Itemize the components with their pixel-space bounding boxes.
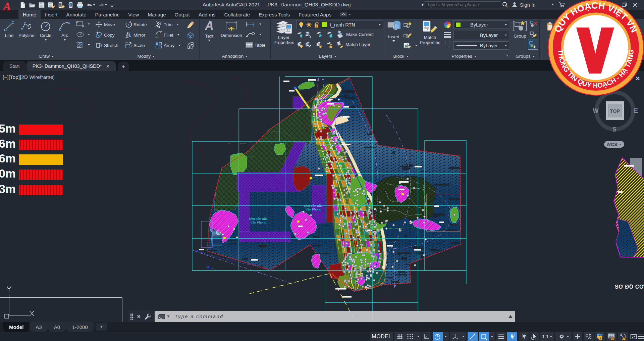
polar-dropdown[interactable] [443,332,449,341]
ribbon-tab-express-tools[interactable]: Express Tools [254,10,294,19]
layer-lock-button[interactable] [326,31,333,38]
ribbon-tab-addins[interactable]: Add-ins [194,10,220,19]
polyline-button[interactable]: Polyline [17,20,36,38]
ortho-toggle[interactable] [422,332,431,341]
modify-panel-label[interactable]: Modify [93,54,199,59]
undo-button[interactable] [86,1,95,9]
selection-cycling-toggle[interactable] [507,332,517,341]
annotation-panel-label[interactable]: Annotation [199,54,270,59]
command-grip-handle[interactable] [130,313,133,320]
image-warning-button[interactable]: ! [606,332,616,341]
copy-button[interactable]: Copy [95,31,115,39]
ribbon-tab-featured-apps[interactable]: Featured Apps [294,10,336,19]
move-button[interactable]: Move [95,21,115,28]
match-layer-button[interactable]: Match Layer [336,41,370,48]
fullscreen-button[interactable] [630,332,637,341]
annotation-scale-button[interactable]: 1:1 [540,332,554,341]
mirror-button[interactable]: Mirror [125,31,145,39]
ellipse-button[interactable] [76,31,90,38]
autocad-logo-icon[interactable]: AA [2,1,16,13]
object-color-select[interactable]: ByLayer [453,20,509,29]
layer-unlock-button[interactable] [326,41,333,49]
hatch-button[interactable] [76,42,90,48]
viewcube-east-label[interactable]: E [634,107,638,114]
layers-panel-label[interactable]: Layers [270,54,385,59]
search-input[interactable] [425,1,501,8]
customization-menu-button[interactable] [638,332,644,341]
fillet-button[interactable]: Fillet [155,31,179,39]
layout-tab-1-2000[interactable]: 1-2000 [66,322,94,332]
qat-customize-button[interactable] [109,1,115,9]
redo-button[interactable] [98,1,107,9]
create-block-button[interactable] [403,21,412,29]
search-icon[interactable] [502,1,508,8]
close-file-tab-icon[interactable]: ✕ [106,64,110,69]
offset-button[interactable] [186,42,195,50]
plot-button[interactable] [76,1,84,9]
infocenter-collapse-icon[interactable] [421,2,424,8]
group-selection-toggle[interactable] [528,40,538,50]
viewcube-west-label[interactable]: W [593,107,599,114]
properties-dialog-launcher[interactable]: ↘ [505,53,508,57]
ribbon-tab-insert[interactable]: Insert [41,10,62,19]
snap-mode-toggle[interactable] [407,333,414,340]
make-current-button[interactable]: Make Current [336,30,374,38]
save-to-mobile-button[interactable] [58,1,65,9]
command-input-bar[interactable]: Type a command [155,311,515,322]
isolate-objects-button[interactable] [584,332,594,341]
close-command-icon[interactable]: ✕ [137,314,141,319]
xref-warning-button[interactable]: ! [618,332,628,341]
text-button[interactable]: AText [201,19,217,41]
stretch-button[interactable]: Stretch [95,42,118,49]
new-layout-button[interactable]: + [96,323,107,331]
table-button[interactable]: Table [245,42,265,48]
erase-button[interactable] [186,21,195,29]
trim-button[interactable]: Trim [155,21,179,28]
match-properties-button[interactable]: Match Properties [419,19,441,45]
isometric-dropdown[interactable] [460,332,466,341]
edit-block-button[interactable] [403,31,412,39]
lineweight-display-toggle[interactable] [496,332,506,341]
ribbon-tab-manage[interactable]: Manage [143,10,170,19]
isometric-drafting-toggle[interactable] [450,332,460,341]
model-space-toggle[interactable]: MODEL [370,332,393,341]
customize-command-icon[interactable] [144,313,152,320]
line-button[interactable]: Line [2,20,17,38]
group-edit-button[interactable] [529,31,538,39]
layer-freeze-all-button[interactable] [316,41,323,49]
layout-tab-model[interactable]: Model [3,322,29,332]
layer-freeze-button[interactable] [316,31,323,38]
polar-tracking-toggle[interactable] [433,332,443,341]
lineweight-select[interactable]: ByLayer [453,31,509,39]
layout-tab-a0[interactable]: A0 [48,322,66,332]
3d-object-snap-toggle[interactable] [519,332,529,341]
properties-panel-label[interactable]: Properties [417,54,511,59]
insert-block-button[interactable]: Insert [386,19,402,42]
open-from-mobile-button[interactable] [67,1,74,9]
linetype-select[interactable]: ByLayer [453,41,509,50]
groups-panel-label[interactable]: Groups [511,54,539,59]
ribbon-tab-home[interactable]: Home [18,10,41,19]
file-tab-start[interactable]: Start [3,61,26,71]
edit-attributes-button[interactable]: ab [403,42,417,50]
viewport-controls-label[interactable]: [−][Top][2D Wireframe] [3,74,55,80]
block-panel-label[interactable]: Block [385,54,417,59]
recent-commands-dropdown-icon[interactable] [167,315,170,318]
ribbon-tab-view[interactable]: View [124,10,143,19]
viewcube-south-label[interactable]: S [612,126,616,133]
dynamic-ucs-toggle[interactable] [530,332,539,341]
save-as-button[interactable] [47,1,55,9]
array-button[interactable]: Array [155,42,180,49]
drawing-viewport[interactable]: DKhu bến BắcVân PhongKhu bến BắcVân Phon… [0,71,644,322]
open-file-button[interactable] [29,1,36,9]
new-file-tab-button[interactable]: + [118,62,129,71]
scale-button[interactable]: Scale [125,42,145,49]
arc-button[interactable]: Arc [56,20,73,41]
ribbon-tab-output[interactable]: Output [170,10,194,19]
leader-button[interactable] [245,31,261,38]
layer-match-isolate-button[interactable] [305,41,312,49]
ribbon-tab-annotate[interactable]: Annotate [62,10,91,19]
draw-panel-label[interactable]: Draw [0,54,93,59]
wcs-button[interactable]: WCS [604,141,624,148]
ribbon-tab-collaborate[interactable]: Collaborate [220,10,254,19]
